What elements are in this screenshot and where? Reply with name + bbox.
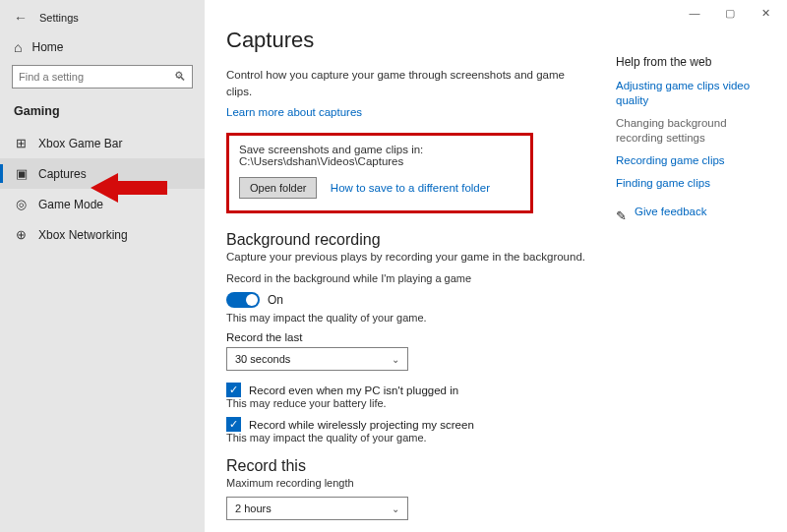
search-input[interactable] <box>13 68 192 86</box>
gamemode-icon: ◎ <box>14 197 29 211</box>
window-title: Settings <box>39 12 79 24</box>
home-label: Home <box>31 40 63 54</box>
sidebar-item-label: Game Mode <box>38 198 103 211</box>
learn-more-link[interactable]: Learn more about captures <box>226 106 362 118</box>
wireless-hint: This may impact the quality of your game… <box>226 432 592 443</box>
feedback-label: Give feedback <box>635 205 707 219</box>
save-path-text: Save screenshots and game clips in: C:\U… <box>239 144 520 167</box>
help-link-quality[interactable]: Adjusting game clips video quality <box>616 79 775 108</box>
max-length-value: 2 hours <box>235 502 272 514</box>
home-icon: ⌂ <box>14 39 22 55</box>
sidebar: ← Settings ⌂ Home 🔍︎ Gaming ⊞ Xbox Game … <box>0 0 205 532</box>
sidebar-item-label: Xbox Networking <box>38 228 128 242</box>
max-length-select[interactable]: 2 hours ⌄ <box>226 497 408 520</box>
help-link-recording[interactable]: Recording game clips <box>616 153 775 168</box>
content-area: Captures Control how you capture your ga… <box>205 0 610 532</box>
page-title: Captures <box>226 28 592 53</box>
network-icon: ⊕ <box>14 227 29 242</box>
sidebar-item-xbox-networking[interactable]: ⊕ Xbox Networking <box>0 219 205 250</box>
maximize-button[interactable]: ▢ <box>712 2 748 24</box>
capture-icon: ▣ <box>14 166 29 181</box>
toggle-state: On <box>268 293 283 307</box>
feedback-icon: ✎ <box>616 208 627 223</box>
give-feedback[interactable]: ✎ Give feedback <box>616 205 775 227</box>
open-folder-button[interactable]: Open folder <box>239 177 317 199</box>
toggle-label: Record in the background while I'm playi… <box>226 272 592 284</box>
sidebar-item-game-mode[interactable]: ◎ Game Mode <box>0 189 205 219</box>
xbox-icon: ⊞ <box>14 136 29 150</box>
sidebar-section-label: Gaming <box>0 100 205 128</box>
record-last-label: Record the last <box>226 331 592 343</box>
sidebar-item-xbox-game-bar[interactable]: ⊞ Xbox Game Bar <box>0 128 205 158</box>
sidebar-item-label: Xbox Game Bar <box>38 137 122 150</box>
window-controls: — ▢ ✕ <box>677 2 783 24</box>
home-nav[interactable]: ⌂ Home <box>0 33 205 65</box>
wireless-label: Record while wirelessly projecting my sc… <box>249 419 474 431</box>
background-record-toggle[interactable] <box>226 292 260 308</box>
max-length-label: Maximum recording length <box>226 477 592 489</box>
chevron-down-icon: ⌄ <box>392 503 399 514</box>
main-pane: Captures Control how you capture your ga… <box>205 0 787 532</box>
sidebar-item-captures[interactable]: ▣ Captures <box>0 158 205 189</box>
plugged-hint: This may reduce your battery life. <box>226 397 592 409</box>
search-box[interactable]: 🔍︎ <box>12 65 193 89</box>
toggle-hint: This may impact the quality of your game… <box>226 312 592 324</box>
titlebar: ← Settings <box>0 6 205 33</box>
plugged-label: Record even when my PC isn't plugged in <box>249 384 458 396</box>
wireless-checkbox[interactable]: ✓ <box>226 417 241 432</box>
back-arrow-icon[interactable]: ← <box>14 10 28 26</box>
close-button[interactable]: ✕ <box>748 2 783 24</box>
sidebar-item-label: Captures <box>38 167 87 181</box>
change-folder-link[interactable]: How to save to a different folder <box>331 182 490 194</box>
help-pane: Help from the web Adjusting game clips v… <box>610 0 787 532</box>
record-last-value: 30 seconds <box>235 353 290 365</box>
help-link-finding[interactable]: Finding game clips <box>616 176 775 191</box>
plugged-checkbox[interactable]: ✓ <box>226 383 241 397</box>
background-heading: Background recording <box>226 231 592 249</box>
record-last-select[interactable]: 30 seconds ⌄ <box>226 347 408 371</box>
background-sub: Capture your previous plays by recording… <box>226 251 592 263</box>
help-title: Help from the web <box>616 55 775 69</box>
intro-text: Control how you capture your game throug… <box>226 67 580 99</box>
save-location-box: Save screenshots and game clips in: C:\U… <box>226 133 533 213</box>
help-link-bg-settings[interactable]: Changing background recording settings <box>616 116 775 146</box>
minimize-button[interactable]: — <box>677 2 712 24</box>
search-icon: 🔍︎ <box>174 70 186 84</box>
record-this-heading: Record this <box>226 457 592 475</box>
chevron-down-icon: ⌄ <box>392 354 399 365</box>
